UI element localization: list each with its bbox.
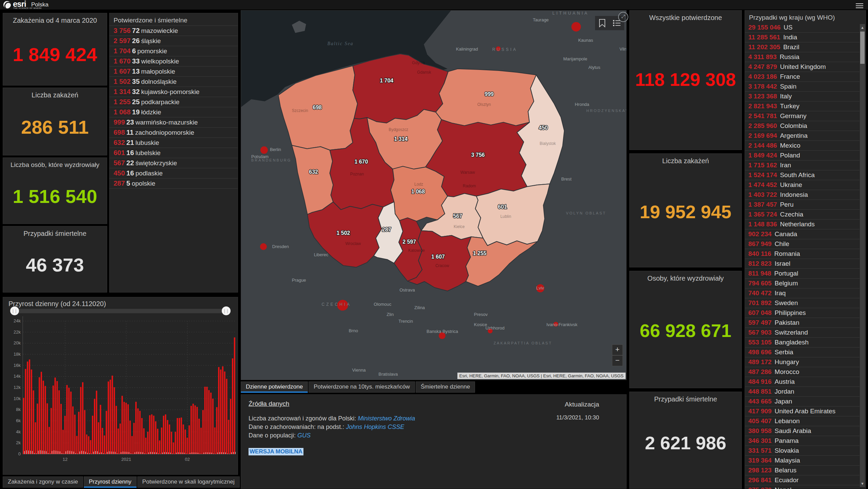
region-row[interactable]: 1 502 35 dolnośląskie <box>110 77 238 87</box>
region-row[interactable]: 698 11 zachodniopomorskie <box>110 128 238 138</box>
country-row[interactable]: 597 497 Pakistan <box>745 318 860 328</box>
country-row[interactable]: 489 172 Hungary <box>745 357 860 367</box>
country-row[interactable]: 701 892 Sweden <box>745 298 860 308</box>
country-row[interactable]: 275 070 Nepal <box>745 485 860 489</box>
country-row[interactable]: 867 949 Chile <box>745 239 860 249</box>
expand-icon[interactable]: ⤢ <box>618 12 628 22</box>
region-row[interactable]: 1 607 13 małopolskie <box>110 67 238 77</box>
region-row[interactable]: 1 704 6 pomorskie <box>110 46 238 56</box>
region-row[interactable]: 567 22 świętokrzyskie <box>110 158 238 168</box>
country-row[interactable]: 1 474 452 Ukraine <box>745 180 860 190</box>
tab-per-10k-map[interactable]: Potwierdzone na 10tys. mieszkańców <box>309 381 415 393</box>
region-row[interactable]: 1 314 32 kujawsko-pomorskie <box>110 87 238 97</box>
menu-icon[interactable] <box>856 2 863 7</box>
region-row[interactable]: 601 16 lubelskie <box>110 148 238 158</box>
region-row[interactable]: 1 068 19 łódzkie <box>110 107 238 117</box>
bar-daily-deaths <box>42 451 42 454</box>
case-cluster-circle[interactable] <box>260 146 268 154</box>
region-row[interactable]: 632 21 lubuskie <box>110 138 238 148</box>
country-row[interactable]: 794 605 Belgium <box>745 279 860 288</box>
country-row[interactable]: 1 148 836 Netherlands <box>745 220 860 229</box>
country-row[interactable]: 4 023 186 France <box>745 72 860 82</box>
country-row[interactable]: 1 387 457 Peru <box>745 200 860 210</box>
svg-text:24k: 24k <box>14 318 21 323</box>
country-row[interactable]: 3 178 442 Spain <box>745 82 860 92</box>
country-row[interactable]: 2 821 943 Turkey <box>745 101 860 111</box>
region-row[interactable]: 287 5 opolskie <box>110 178 238 189</box>
region-row[interactable]: 1 670 33 wielkopolskie <box>110 56 238 67</box>
zoom-in-button[interactable]: + <box>612 344 623 355</box>
country-row[interactable]: 1 849 424 Poland <box>745 151 860 161</box>
region-row[interactable]: 2 597 26 śląskie <box>110 36 238 46</box>
country-row[interactable]: 498 696 Serbia <box>745 347 860 357</box>
country-row[interactable]: 3 123 368 Italy <box>745 92 860 101</box>
country-row[interactable]: 11 202 305 Brazil <box>745 42 860 52</box>
country-row[interactable]: 607 048 Philippines <box>745 308 860 318</box>
country-row[interactable]: 4 311 893 Russia <box>745 52 860 62</box>
country-row[interactable]: 740 472 Iraq <box>745 288 860 298</box>
country-row[interactable]: 487 286 Morocco <box>745 367 860 377</box>
bar-daily-cases <box>25 369 26 454</box>
country-row[interactable]: 417 909 United Arab Emirates <box>745 407 860 416</box>
bar-daily-cases <box>222 366 223 454</box>
zoom-out-button[interactable]: − <box>612 355 623 366</box>
poland-choropleth-map[interactable]: 6981 7049994501 3143 7561 6706321 068601… <box>241 11 626 380</box>
country-row[interactable]: 380 958 Saudi Arabia <box>745 426 860 436</box>
country-row[interactable]: 296 841 Ecuador <box>745 475 860 485</box>
region-row[interactable]: 450 16 podlaskie <box>110 168 238 178</box>
case-cluster-circle[interactable] <box>260 243 267 250</box>
scroll-up-icon[interactable]: ▲ <box>860 25 865 30</box>
mobile-version-link[interactable]: WERSJA MOBILNA <box>249 448 303 455</box>
country-row[interactable]: 1 524 174 South Africa <box>745 170 860 180</box>
region-warminsko-mazurskie[interactable] <box>436 69 536 126</box>
country-row[interactable]: 811 948 Portugal <box>745 269 860 279</box>
country-row[interactable]: 2 144 486 Mexico <box>745 141 860 151</box>
country-list-scrollbar[interactable]: ▲ ▼ <box>860 24 865 487</box>
region-row[interactable]: 3 756 72 mazowieckie <box>110 25 238 36</box>
country-row[interactable]: 331 571 Slovakia <box>745 446 860 456</box>
bar-daily-deaths <box>235 452 236 454</box>
country-row[interactable]: 443 665 Japan <box>745 397 860 407</box>
country-row[interactable]: 567 903 Switzerland <box>745 328 860 338</box>
basemap-label: Szczecin <box>292 108 308 113</box>
country-row[interactable]: 2 541 781 Germany <box>745 111 860 121</box>
country-row[interactable]: 1 365 724 Czechia <box>745 210 860 220</box>
basemap-label: Ostrava <box>399 287 415 293</box>
country-row[interactable]: 405 407 Lebanon <box>745 416 860 426</box>
bookmark-icon[interactable] <box>598 19 606 27</box>
country-row[interactable]: 2 285 960 Colombia <box>745 121 860 131</box>
country-row[interactable]: 2 169 694 Argentina <box>745 131 860 141</box>
region-list-title: Potwierdzone i śmiertelne <box>110 13 238 25</box>
map-attribution: Esri, HERE, Garmin, FAO, NOAA, USGS | Es… <box>457 373 626 379</box>
country-row[interactable]: 4 247 879 United Kingdom <box>745 62 860 72</box>
country-row[interactable]: 346 301 Panama <box>745 436 860 446</box>
country-row[interactable]: 11 285 561 India <box>745 33 860 42</box>
bar-daily-deaths <box>208 452 208 454</box>
country-row[interactable]: 319 364 Malaysia <box>745 456 860 466</box>
country-row[interactable]: 29 155 046 US <box>745 23 860 33</box>
link-gus[interactable]: GUS <box>297 432 311 439</box>
case-cluster-circle[interactable] <box>571 22 581 32</box>
tab-cases-deaths-over-time[interactable]: Zakażenia i zgony w czasie <box>3 476 83 488</box>
bar-daily-deaths <box>40 450 40 454</box>
link-ministerstwo-zdrowia[interactable]: Ministerstwo Zdrowia <box>358 415 415 422</box>
tab-daily-deaths-map[interactable]: Śmiertelne dzienne <box>416 381 475 393</box>
region-row[interactable]: 999 23 warmińsko-mazurskie <box>110 117 238 128</box>
country-row[interactable]: 1 403 722 Indonesia <box>745 190 860 200</box>
country-row[interactable]: 902 234 Canada <box>745 229 860 239</box>
country-row[interactable]: 484 916 Austria <box>745 377 860 387</box>
country-row[interactable]: 298 123 Belarus <box>745 466 860 475</box>
link-johns-hopkins[interactable]: Johns Hopkins CSSE <box>346 424 404 430</box>
country-row[interactable]: 812 823 Israel <box>745 259 860 269</box>
scroll-down-icon[interactable]: ▼ <box>860 481 865 486</box>
country-row[interactable]: 553 105 Bangladesh <box>745 338 860 347</box>
bar-daily-deaths <box>28 451 28 454</box>
scrollbar-thumb[interactable] <box>860 32 865 64</box>
country-row[interactable]: 840 116 Romania <box>745 249 860 259</box>
country-row[interactable]: 448 851 Jordan <box>745 387 860 397</box>
tab-daily-increase[interactable]: Przyrost dzienny <box>84 476 137 488</box>
country-row[interactable]: 1 715 162 Iran <box>745 161 860 170</box>
region-row[interactable]: 1 255 25 podkarpackie <box>110 97 238 107</box>
tab-daily-confirmed-map[interactable]: Dzienne potwierdzone <box>241 381 308 393</box>
tab-log-scale[interactable]: Potwierdzone w skali logarytmicznej <box>137 476 240 488</box>
